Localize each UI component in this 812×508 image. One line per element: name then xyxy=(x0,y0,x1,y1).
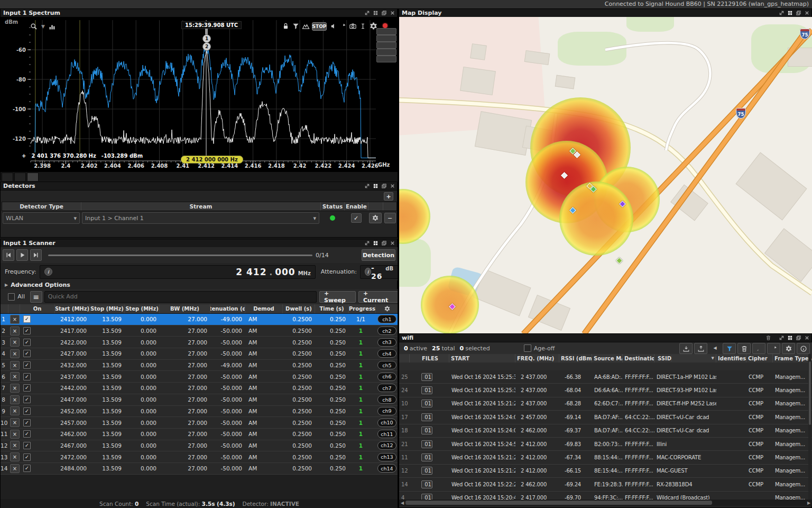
detector-type-select[interactable]: WLAN▾ xyxy=(3,212,80,224)
detector-stream-select[interactable]: Input 1 > Channel 1▾ xyxy=(82,212,319,224)
scanner-channel-row[interactable]: 10 × ✓ 2457.000 13.509 0.000 27.000 -50.… xyxy=(1,417,398,429)
scanner-channel-row[interactable]: 5 × ✓ 2432.000 13.509 0.000 27.000 -49.0… xyxy=(1,360,398,371)
detach-icon[interactable] xyxy=(364,183,370,189)
export-button[interactable] xyxy=(694,343,707,354)
scroll-right-arrow[interactable]: ▶ xyxy=(806,501,812,505)
scanner-channel-row[interactable]: 3 × ✓ 2422.000 13.509 0.000 27.000 -50.0… xyxy=(1,337,398,348)
wifi-packet-row[interactable]: 18 01 Wed Oct 16 2024 15:24:07 2 462.000… xyxy=(399,424,812,438)
table-settings-gear[interactable] xyxy=(376,304,398,313)
detach-icon[interactable] xyxy=(779,10,785,16)
row-enabled-checkbox[interactable]: ✓ xyxy=(23,373,31,380)
col-rssi[interactable]: RSSI (dBm) xyxy=(559,354,592,362)
lock-icon[interactable] xyxy=(282,22,290,30)
filter-icon[interactable] xyxy=(292,22,300,30)
channel-pill[interactable]: ch6 xyxy=(377,373,396,381)
delete-row-button[interactable]: × xyxy=(10,395,20,404)
files-icon[interactable]: 01 xyxy=(421,386,432,394)
delete-row-button[interactable]: × xyxy=(10,349,20,358)
skip-forward-button[interactable] xyxy=(30,249,42,261)
channel-pill[interactable]: ch11 xyxy=(377,430,396,438)
info-button[interactable] xyxy=(797,343,810,354)
files-icon[interactable]: 01 xyxy=(421,440,432,448)
close-icon[interactable] xyxy=(804,335,810,341)
tile-icon[interactable] xyxy=(373,240,379,246)
tab[interactable] xyxy=(2,173,13,181)
row-enabled-checkbox[interactable]: ✓ xyxy=(23,339,31,346)
channel-pill[interactable]: ch4 xyxy=(377,349,396,358)
files-icon[interactable]: 01 xyxy=(421,480,432,488)
wifi-packet-row[interactable]: 25 01 Wed Oct 16 2024 15:25:32 2 437.000… xyxy=(399,370,812,384)
horizontal-scrollbar[interactable]: ◀ ▶ xyxy=(399,500,812,506)
files-icon[interactable]: 01 xyxy=(421,400,432,407)
scanner-channel-row[interactable]: 2 × ✓ 2417.000 13.509 0.000 27.000 -50.0… xyxy=(1,325,398,337)
zoom-icon[interactable] xyxy=(30,22,38,31)
column-filter-link[interactable] xyxy=(399,362,449,370)
files-icon[interactable]: 01 xyxy=(421,453,432,461)
scanner-channel-row[interactable]: 13 × ✓ 2472.000 13.509 0.000 27.000 -50.… xyxy=(1,451,398,463)
trace-button[interactable] xyxy=(376,42,396,49)
col-freq[interactable]: FREQ. (MHz) xyxy=(515,354,559,362)
row-enabled-checkbox[interactable]: ✓ xyxy=(23,327,31,334)
marker-1[interactable]: 1 xyxy=(202,34,211,43)
tab[interactable] xyxy=(14,173,26,181)
delete-row-button[interactable]: × xyxy=(10,361,20,370)
float-icon[interactable] xyxy=(796,335,801,341)
wifi-packet-row[interactable]: 11 01 Wed Oct 16 2024 15:21:24 2 412.000… xyxy=(399,451,812,464)
age-off-toggle[interactable]: Age-off xyxy=(524,344,555,352)
camera-icon[interactable] xyxy=(349,22,357,30)
clear-button[interactable] xyxy=(737,343,751,354)
stop-button[interactable]: STOP xyxy=(312,22,327,31)
close-icon[interactable] xyxy=(804,10,810,16)
detector-settings-button[interactable] xyxy=(369,213,382,223)
add-detector-button[interactable]: + xyxy=(384,192,393,201)
channel-pill[interactable]: ch3 xyxy=(377,338,396,347)
wifi-packet-row[interactable]: 21 01 Wed Oct 16 2024 15:24:58 2 412.000… xyxy=(399,438,812,451)
column-filter-link[interactable] xyxy=(654,362,716,370)
scrollbar-thumb[interactable] xyxy=(405,501,712,505)
col-destination[interactable]: Destination I xyxy=(623,354,654,362)
column-filter-link[interactable] xyxy=(449,362,515,370)
col-cipher[interactable]: Cipher xyxy=(746,354,773,362)
col-source-mac[interactable]: Source MAC xyxy=(592,354,623,362)
detection-button[interactable]: Detection xyxy=(362,249,395,261)
scan-progress-slider[interactable] xyxy=(48,255,312,256)
delete-row-button[interactable]: × xyxy=(10,430,20,439)
wifi-packet-row[interactable]: 24 01 Wed Oct 16 2024 15:25:32 2 437.000… xyxy=(399,384,812,397)
scanner-channel-row[interactable]: 11 × ✓ 2462.000 13.509 0.000 27.000 -50.… xyxy=(1,429,398,440)
col-identifies[interactable]: Identifies xyxy=(716,354,746,362)
quick-add-menu-button[interactable]: ≡ xyxy=(30,291,42,303)
add-sweep-button[interactable]: + Sweep xyxy=(319,291,356,303)
col-ssid[interactable]: SSID▼ xyxy=(654,354,716,362)
trace-button[interactable] xyxy=(376,56,396,62)
files-icon[interactable]: 01 xyxy=(421,373,432,381)
delete-row-button[interactable]: × xyxy=(10,384,20,393)
wifi-packet-row[interactable]: 12 01 Wed Oct 16 2024 15:21:24 2 412.000… xyxy=(399,465,812,478)
scanner-channel-row[interactable]: 12 × ✓ 2467.000 13.509 0.000 27.000 -50.… xyxy=(1,440,398,452)
quick-add-input[interactable] xyxy=(44,291,317,303)
add-current-button[interactable]: + Current xyxy=(358,291,398,303)
marker-handle[interactable] xyxy=(205,29,208,34)
delete-row-button[interactable]: × xyxy=(10,326,20,335)
delete-row-button[interactable]: × xyxy=(10,315,20,324)
menu-item[interactable] xyxy=(29,1,38,8)
advanced-options-toggle[interactable]: ▶ Advanced Options xyxy=(5,282,70,288)
scanner-channel-row[interactable]: 14 × ✓ 2484.000 13.509 0.000 27.000 -50.… xyxy=(1,463,398,475)
share-button[interactable] xyxy=(767,343,780,354)
row-enabled-checkbox[interactable]: ✓ xyxy=(23,430,31,438)
wifi-packet-row[interactable]: 10 01 Wed Oct 16 2024 15:21:21 2 437.000… xyxy=(399,397,812,411)
wifi-packet-row[interactable]: 4 01 Wed Oct 16 2024 15:20:48 2 417.000 … xyxy=(399,492,812,500)
channel-pill[interactable]: ch1 xyxy=(377,315,396,323)
tile-icon[interactable] xyxy=(373,10,379,16)
channel-pill[interactable]: ch7 xyxy=(377,384,396,392)
channel-pill[interactable]: ch2 xyxy=(377,326,396,335)
select-tool-button[interactable] xyxy=(752,343,765,354)
col-files[interactable]: FILES xyxy=(410,354,449,362)
float-icon[interactable] xyxy=(381,183,387,189)
row-enabled-checkbox[interactable]: ✓ xyxy=(23,453,31,461)
column-filter-link[interactable] xyxy=(592,362,623,370)
files-icon[interactable]: 01 xyxy=(421,427,432,434)
menu-item[interactable] xyxy=(0,1,10,8)
trash-icon[interactable] xyxy=(765,335,771,341)
detach-icon[interactable] xyxy=(779,335,785,341)
delete-row-button[interactable]: × xyxy=(10,372,20,381)
